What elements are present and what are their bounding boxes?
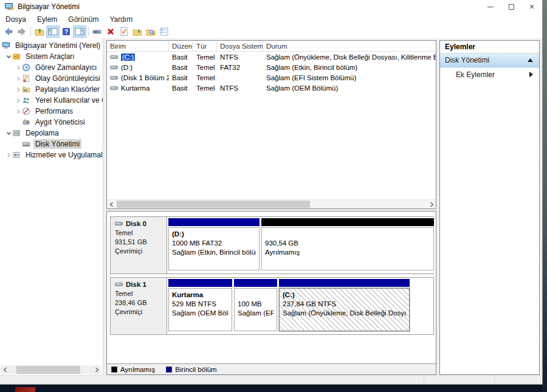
tree-item-label: Sistem Araçları xyxy=(24,52,77,61)
action-item-ek-eylemler[interactable]: Ek Eylemler xyxy=(440,67,539,81)
cell-t-r: Temel xyxy=(193,84,217,92)
sidebar-item-olay-g-r-nt-leyicisi[interactable]: Olay Görüntüleyicisi xyxy=(0,73,103,84)
column-header-durum[interactable]: Durum xyxy=(263,41,436,51)
tree-item-label: Aygıt Yöneticisi xyxy=(33,117,87,127)
chevron-right-icon[interactable] xyxy=(5,153,12,158)
column-header-birim[interactable]: Birim xyxy=(107,41,169,51)
menu-eylem[interactable]: Eylem xyxy=(32,13,63,25)
sidebar-item-ayg-t-y-neticisi[interactable]: Aygıt Yöneticisi xyxy=(0,117,103,128)
disk-label-disk-0[interactable]: Disk 0Temel931,51 GBÇevrimiçi xyxy=(111,217,167,273)
add-folder-icon[interactable] xyxy=(131,26,144,38)
cell-dosya-sistemi: FAT32 xyxy=(217,64,263,71)
check-document-icon[interactable] xyxy=(117,26,131,38)
up-folder-icon[interactable] xyxy=(33,26,46,38)
tree-item-label: Disk Yönetimi xyxy=(33,139,81,149)
show-console-tree-icon[interactable] xyxy=(46,26,60,38)
cell-d-zen: Basit xyxy=(169,84,193,92)
partition-body: 930,54 GBAyrılmamış xyxy=(261,227,434,270)
computer-icon xyxy=(2,41,11,50)
content-area: Bilgisayar Yönetimi (Yerel)Sistem Araçla… xyxy=(0,38,542,375)
services-icon xyxy=(12,151,21,159)
forward-arrow-icon[interactable] xyxy=(15,26,29,38)
footer-seam xyxy=(494,376,495,384)
disk-icon xyxy=(115,281,123,287)
show-action-pane-icon[interactable] xyxy=(73,26,86,38)
sidebar-item-payla-lan-klas-rler[interactable]: Paylaşılan Klasörler xyxy=(0,84,103,95)
volume-row-d[interactable]: (D:)BasitTemelFAT32Sağlam (Etkin, Birinc… xyxy=(107,62,436,72)
scroll-right-arrow[interactable] xyxy=(427,200,436,208)
scrollbar-thumb[interactable] xyxy=(117,201,310,208)
scroll-left-arrow[interactable] xyxy=(107,200,115,208)
storage-icon xyxy=(12,129,21,137)
column-header-dosya-sistemi[interactable]: Dosya Sistemi xyxy=(217,41,263,51)
chevron-right-icon[interactable] xyxy=(15,98,22,103)
sidebar-item-g-rev-zamanlay-c[interactable]: Görev Zamanlayıcı xyxy=(0,62,103,73)
back-arrow-icon[interactable] xyxy=(2,26,15,38)
sidebar-item-performans[interactable]: Performans xyxy=(0,106,103,117)
volume-drive-icon xyxy=(110,75,119,81)
partition-body: (D:)1000 MB FAT32Sağlam (Etkin, Birincil… xyxy=(168,227,260,270)
device-manager-icon xyxy=(22,118,31,126)
disk-type: Temel xyxy=(115,289,167,298)
volume-name: (Disk 1 Bölüm 2) xyxy=(121,74,169,81)
chevron-down-icon[interactable] xyxy=(5,131,12,136)
volume-name: (D:) xyxy=(121,64,132,71)
device-icon[interactable] xyxy=(91,26,104,38)
find-folder-icon[interactable] xyxy=(144,26,157,38)
collapse-arrow-icon[interactable] xyxy=(528,58,533,62)
menu-dosya[interactable]: Dosya xyxy=(0,13,32,25)
toolbar: ? xyxy=(0,25,542,39)
taskbar-fragment xyxy=(15,387,35,392)
maximize-button[interactable] xyxy=(501,0,521,13)
close-button[interactable]: × xyxy=(521,0,542,13)
delete-x-icon[interactable] xyxy=(104,26,117,38)
volume-row-disk-1-b-l-m-2[interactable]: (Disk 1 Bölüm 2)BasitTemelSağlam (EFI Si… xyxy=(107,72,436,83)
properties-icon[interactable] xyxy=(157,26,171,38)
sidebar-item-bilgisayar-y-netimi-yerel[interactable]: Bilgisayar Yönetimi (Yerel) xyxy=(0,40,103,51)
scroll-left-arrow[interactable] xyxy=(1,365,9,374)
tree-horizontal-scrollbar[interactable] xyxy=(1,365,101,374)
disk-name: Disk 1 xyxy=(126,281,146,288)
chevron-right-icon[interactable] xyxy=(15,76,22,81)
chevron-right-icon[interactable] xyxy=(15,109,22,114)
minimize-button[interactable] xyxy=(480,0,501,13)
column-header-t-r[interactable]: Tür xyxy=(193,41,217,51)
console-tree: Bilgisayar Yönetimi (Yerel)Sistem Araçla… xyxy=(0,38,103,160)
chevron-right-icon[interactable] xyxy=(15,87,22,92)
disk-state: Çevrimiçi xyxy=(115,308,167,317)
volume-horizontal-scrollbar[interactable] xyxy=(107,199,436,208)
partition-d[interactable]: (D:)1000 MB FAT32Sağlam (Etkin, Birincil… xyxy=(168,218,260,270)
help-icon[interactable]: ? xyxy=(60,26,73,38)
legend-bar: AyrılmamışBirincil bölüm xyxy=(107,363,436,374)
actions-group-disk-management[interactable]: Disk Yönetimi xyxy=(440,53,539,67)
partition-kurtarma[interactable]: Kurtarma529 MB NTFSSağlam (OEM Bölümü) xyxy=(168,279,232,331)
sidebar-item-sistem-ara-lar[interactable]: Sistem Araçları xyxy=(0,51,103,62)
sidebar-item-disk-y-netimi[interactable]: Disk Yönetimi xyxy=(0,139,103,150)
scrollbar-thumb[interactable] xyxy=(16,366,80,374)
actions-group-label: Disk Yönetimi xyxy=(445,56,489,64)
sidebar-item-depolama[interactable]: Depolama xyxy=(0,128,103,139)
scrollbar-track[interactable] xyxy=(9,365,92,374)
partition-status: Sağlam (EFI Sistem Bölümü) xyxy=(238,309,274,318)
menu-yard-m[interactable]: Yardım xyxy=(104,13,138,25)
partition-ayr-lmam[interactable]: 930,54 GBAyrılmamış xyxy=(261,218,434,270)
computer-management-window: Bilgisayar Yönetimi × DosyaEylemGörünümY… xyxy=(0,0,543,385)
column-header-d-zen[interactable]: Düzen xyxy=(169,41,193,51)
sidebar-item-yerel-kullan-c-lar-ve-gruplar[interactable]: Yerel Kullanıcılar ve Gruplar xyxy=(0,95,103,106)
tree-item-label: Paylaşılan Klasörler xyxy=(33,84,101,94)
chevron-right-icon[interactable] xyxy=(15,65,22,70)
scroll-right-arrow[interactable] xyxy=(92,365,101,374)
menu-g-r-n-m[interactable]: Görünüm xyxy=(63,13,104,25)
partition-c[interactable]: (C:)237,84 GB NTFSSağlam (Önyükleme, Dis… xyxy=(279,279,410,331)
volume-row-kurtarma[interactable]: KurtarmaBasitTemelNTFSSağlam (OEM Bölümü… xyxy=(107,83,436,93)
disk-label-disk-1[interactable]: Disk 1Temel238,46 GBÇevrimiçi xyxy=(111,278,167,334)
volume-row-c[interactable]: (C:)BasitTemelNTFSSağlam (Önyükleme, Dis… xyxy=(107,52,436,62)
sidebar-item-hizmetler-ve-uygulamalar[interactable]: Hizmetler ve Uygulamalar xyxy=(0,150,103,160)
volume-drive-icon xyxy=(110,54,119,60)
cell-durum: Sağlam (OEM Bölümü) xyxy=(263,84,436,92)
partition-size: 1000 MB FAT32 xyxy=(172,239,256,248)
chevron-down-icon[interactable] xyxy=(5,54,12,60)
scrollbar-track[interactable] xyxy=(115,200,427,208)
tree-item-label: Görev Zamanlayıcı xyxy=(33,63,98,72)
partition-sa-lam-efi-sistem-b-l-m[interactable]: 100 MBSağlam (EFI Sistem Bölümü) xyxy=(234,279,277,331)
